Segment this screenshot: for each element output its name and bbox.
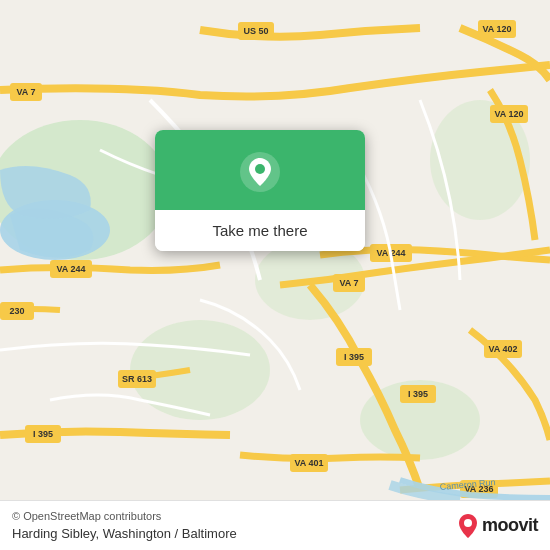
svg-text:I 395: I 395 <box>408 389 428 399</box>
svg-text:US 50: US 50 <box>243 26 268 36</box>
map-view[interactable]: US 50 VA 120 VA 244 VA 244 VA 7 VA 7 I 3… <box>0 0 550 500</box>
moovit-pin-icon <box>458 513 478 539</box>
moovit-brand-text: moovit <box>482 515 538 536</box>
svg-text:VA 7: VA 7 <box>339 278 358 288</box>
location-info: © OpenStreetMap contributors Harding Sib… <box>12 510 237 542</box>
svg-text:VA 120: VA 120 <box>494 109 523 119</box>
location-pin-icon <box>238 150 282 194</box>
svg-point-39 <box>255 164 265 174</box>
svg-text:SR 613: SR 613 <box>122 374 152 384</box>
svg-text:230: 230 <box>9 306 24 316</box>
moovit-logo: moovit <box>458 513 538 539</box>
popup-header <box>155 130 365 210</box>
svg-text:VA 7: VA 7 <box>16 87 35 97</box>
popup-card: Take me there <box>155 130 365 251</box>
svg-text:I 395: I 395 <box>33 429 53 439</box>
svg-text:VA 120: VA 120 <box>482 24 511 34</box>
svg-point-40 <box>464 519 472 527</box>
take-me-there-button[interactable]: Take me there <box>155 210 365 251</box>
svg-text:VA 402: VA 402 <box>488 344 517 354</box>
svg-text:VA 401: VA 401 <box>294 458 323 468</box>
svg-text:VA 244: VA 244 <box>56 264 85 274</box>
location-label: Harding Sibley, Washington / Baltimore <box>12 526 237 541</box>
svg-text:I 395: I 395 <box>344 352 364 362</box>
osm-credit: © OpenStreetMap contributors <box>12 510 237 522</box>
bottom-bar: © OpenStreetMap contributors Harding Sib… <box>0 500 550 550</box>
